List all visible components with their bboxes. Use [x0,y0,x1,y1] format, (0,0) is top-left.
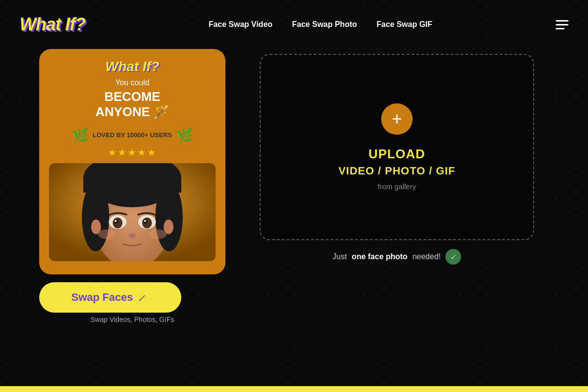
swap-subtext: Swap Videos, Photos, GIFs [39,316,225,323]
upload-plus-circle: + [381,103,413,135]
upload-plus-icon: + [392,110,402,128]
svg-point-14 [144,220,146,222]
laurel-left-icon: 🌿 [72,127,89,144]
main-content: What If? You could BECOMEANYONE 🪄 🌿 LOVE… [0,49,588,327]
one-face-row: Just one face photo needed! ✓ [333,249,462,265]
one-face-text-2: needed! [413,252,441,261]
upload-from-gallery: from gallery [378,182,416,191]
svg-point-17 [149,229,167,239]
svg-point-9 [113,218,122,228]
face-image [49,163,216,261]
star-rating: ★★★★★ [108,147,157,158]
svg-point-19 [164,220,173,234]
left-card: What If? You could BECOMEANYONE 🪄 🌿 LOVE… [39,49,225,274]
hero-card: What If? You could BECOMEANYONE 🪄 🌿 LOVE… [39,49,225,327]
badge-row: 🌿 LOVED BY 10000+ USERS 🌿 [72,127,193,144]
badge-text: LOVED BY 10000+ USERS [93,131,172,140]
swap-button-wrapper: Swap Faces 🪄 Swap Videos, Photos, GIFs [39,282,225,323]
svg-point-18 [91,220,101,234]
hamburger-line-1 [556,20,568,22]
upload-label-1: UPLOAD [368,147,425,162]
nav-face-swap-video[interactable]: Face Swap Video [209,20,272,29]
nav-face-swap-gif[interactable]: Face Swap GIF [377,20,433,29]
hamburger-line-3 [556,28,564,29]
bottom-bar [0,386,588,392]
hamburger-menu[interactable] [556,20,568,29]
one-face-text-1: Just [333,252,347,261]
hamburger-line-2 [556,24,568,25]
svg-point-6 [93,168,172,207]
upload-box[interactable]: + UPLOAD VIDEO / PHOTO / GIF from galler… [260,54,534,240]
shield-check-icon: ✓ [445,249,461,265]
nav-links: Face Swap Video Face Swap Photo Face Swa… [209,20,433,29]
svg-point-16 [98,229,116,239]
navbar: What If? Face Swap Video Face Swap Photo… [0,0,588,49]
svg-point-13 [115,220,117,222]
nav-face-swap-photo[interactable]: Face Swap Photo [292,20,357,29]
face-svg [49,163,216,261]
right-area: + UPLOAD VIDEO / PHOTO / GIF from galler… [245,49,549,265]
logo: What If? [20,14,85,35]
svg-point-10 [142,218,152,228]
card-become: BECOMEANYONE 🪄 [96,89,169,120]
svg-point-15 [128,233,136,238]
one-face-bold: one face photo [352,252,408,261]
swap-faces-button[interactable]: Swap Faces 🪄 [39,282,181,313]
upload-label-2: VIDEO / PHOTO / GIF [339,165,456,177]
card-logo: What If? [105,59,159,74]
laurel-right-icon: 🌿 [176,127,193,144]
card-you-could: You could [115,78,149,87]
